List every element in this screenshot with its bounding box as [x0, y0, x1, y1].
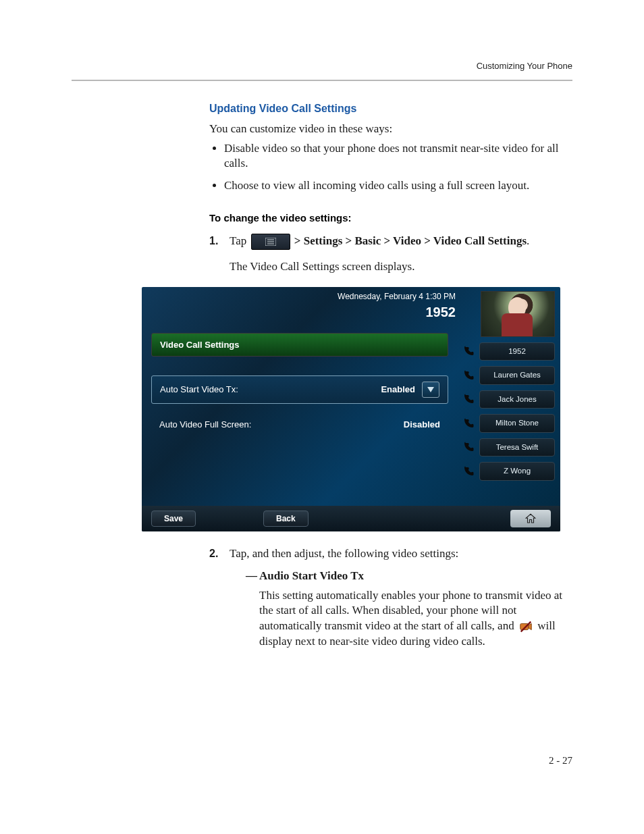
- step1-after: The Video Call Settings screen displays.: [230, 259, 574, 275]
- phone-ui: Wednesday, February 4 1:30 PM 1952 Video…: [142, 287, 560, 531]
- setting-value: Enabled: [381, 384, 415, 396]
- step1-period: .: [527, 234, 529, 247]
- svg-marker-4: [427, 387, 434, 392]
- step2-intro: Tap, and then adjust, the following vide…: [230, 547, 458, 560]
- procedure-title: To change the video settings:: [209, 211, 574, 225]
- bullet-item: Choose to view all incoming video calls …: [224, 178, 574, 194]
- settings-panel: Video Call Settings Auto Start Video Tx:…: [151, 333, 448, 446]
- sublist-body: This setting automatically enables your …: [259, 588, 574, 650]
- back-button[interactable]: Back: [263, 511, 308, 527]
- steps-list: Tap > Settings > Basic > Video > Video C…: [209, 234, 574, 650]
- handset-icon: [462, 369, 475, 382]
- contact-row[interactable]: Milton Stone: [462, 414, 555, 433]
- contact-label: Z Wong: [479, 462, 555, 481]
- home-icon: [525, 513, 537, 525]
- home-button[interactable]: [510, 510, 551, 527]
- step-2: Tap, and then adjust, the following vide…: [209, 546, 574, 650]
- content-column: Updating Video Call Settings You can cus…: [209, 101, 574, 650]
- phone-date: Wednesday, February 4 1:30 PM: [338, 291, 456, 302]
- bullet-item: Disable video so that your phone does no…: [224, 141, 574, 172]
- step-1: Tap > Settings > Basic > Video > Video C…: [209, 234, 574, 531]
- intro-paragraph: You can customize video in these ways:: [209, 122, 574, 137]
- contact-label: Jack Jones: [479, 390, 555, 409]
- contact-label: Milton Stone: [479, 414, 555, 433]
- step1-nav-path: > Settings > Basic > Video > Video Call …: [294, 234, 527, 247]
- step2-sublist: Audio Start Video Tx This setting automa…: [230, 569, 574, 650]
- sublist-title: Audio Start Video Tx: [259, 569, 364, 582]
- contact-label: Teresa Swift: [479, 438, 555, 457]
- save-button[interactable]: Save: [151, 511, 196, 527]
- setting-value: Disabled: [404, 419, 440, 431]
- contact-label: Lauren Gates: [479, 366, 555, 385]
- dropdown-icon[interactable]: [422, 382, 439, 398]
- menu-icon: [251, 234, 290, 250]
- handset-icon: [462, 392, 475, 406]
- phone-extension: 1952: [338, 303, 456, 321]
- handset-icon: [462, 440, 475, 454]
- panel-title: Video Call Settings: [151, 333, 448, 357]
- sublist-body-part1: This setting automatically enables your …: [259, 589, 562, 633]
- contact-row[interactable]: Teresa Swift: [462, 438, 555, 457]
- step1-prefix: Tap: [230, 234, 250, 247]
- section-title: Updating Video Call Settings: [209, 101, 574, 116]
- camera-blocked-icon: [518, 619, 533, 634]
- setting-row-auto-video-full-screen[interactable]: Auto Video Full Screen: Disabled: [151, 413, 448, 436]
- page-number: 2 - 27: [549, 755, 572, 766]
- contact-row[interactable]: 1952: [462, 342, 555, 361]
- contact-row[interactable]: Lauren Gates: [462, 366, 555, 385]
- handset-icon: [462, 344, 475, 358]
- handset-icon: [462, 465, 475, 478]
- setting-label: Auto Video Full Screen:: [159, 419, 251, 431]
- setting-label: Auto Start Video Tx:: [160, 384, 238, 396]
- phone-status-bar: Wednesday, February 4 1:30 PM 1952: [338, 291, 456, 321]
- side-rail: 1952 Lauren Gates: [462, 291, 555, 481]
- header-rule: [72, 80, 572, 81]
- setting-row-auto-start-video-tx[interactable]: Auto Start Video Tx: Enabled: [151, 375, 448, 404]
- self-view-thumbnail: [481, 291, 555, 337]
- sublist-item: Audio Start Video Tx This setting automa…: [246, 569, 574, 650]
- softkey-bar: Save Back: [142, 506, 560, 531]
- phone-screenshot: Wednesday, February 4 1:30 PM 1952 Video…: [142, 287, 574, 531]
- bullet-list: Disable video so that your phone does no…: [209, 141, 574, 194]
- contact-row[interactable]: Z Wong: [462, 462, 555, 481]
- contact-row[interactable]: Jack Jones: [462, 390, 555, 409]
- handset-icon: [462, 417, 475, 430]
- contact-label: 1952: [479, 342, 555, 361]
- running-header: Customizing Your Phone: [477, 61, 572, 71]
